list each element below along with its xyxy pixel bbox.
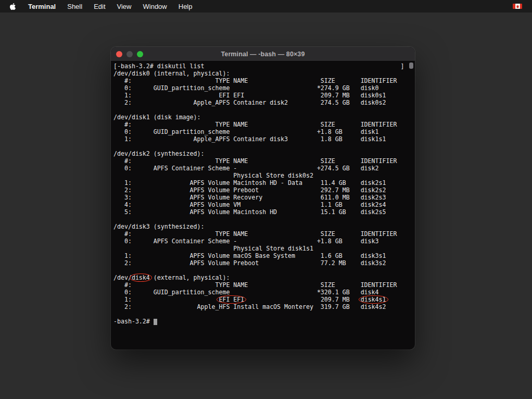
terminal-line: 2: APFS Volume Preboot 77.2 MB disk3s2 xyxy=(113,259,408,267)
terminal-line xyxy=(113,143,408,150)
terminal-line xyxy=(113,216,408,223)
terminal-line: /dev/disk3 (synthesized): xyxy=(113,223,408,230)
apple-logo-icon xyxy=(9,3,16,10)
menu-item-help[interactable]: Help xyxy=(173,0,198,13)
terminal-line: 0: GUID_partition_scheme *274.9 GB disk0 xyxy=(113,84,408,92)
menu-item-edit[interactable]: Edit xyxy=(88,0,111,13)
annotation-circle: disk4 xyxy=(132,274,150,281)
apple-menu[interactable] xyxy=(4,0,22,13)
terminal-cursor xyxy=(154,319,157,325)
terminal-line: /dev/disk4 (external, physical): xyxy=(113,274,408,281)
terminal-line: 1: APFS Volume macOS Base System 1.6 GB … xyxy=(113,252,408,259)
terminal-line: 1: APFS Volume Macintosh HD - Data 11.4 … xyxy=(113,179,408,186)
terminal-line: 1: EFI EFI 209.7 MB disk4s1 xyxy=(113,296,408,303)
terminal-line: #: TYPE NAME SIZE IDENTIFIER xyxy=(113,121,408,128)
terminal-line: /dev/disk2 (synthesized): xyxy=(113,150,408,157)
terminal-body[interactable]: [-bash-3.2# diskutil list ]/dev/disk0 (i… xyxy=(111,61,415,350)
scrollbar[interactable] xyxy=(408,61,415,350)
input-source-menu[interactable] xyxy=(507,0,528,13)
terminal-line xyxy=(113,310,408,318)
terminal-line: -bash-3.2# xyxy=(113,318,408,325)
terminal-line: #: TYPE NAME SIZE IDENTIFIER xyxy=(113,230,408,238)
terminal-line: /dev/disk0 (internal, physical): xyxy=(113,70,408,77)
terminal-line: [-bash-3.2# diskutil list ] xyxy=(113,63,408,70)
terminal-line xyxy=(113,106,408,114)
menu-item-view[interactable]: View xyxy=(111,0,137,13)
terminal-line: 0: GUID_partition_scheme +1.8 GB disk1 xyxy=(113,128,408,135)
canada-flag-icon xyxy=(513,4,522,9)
terminal-line: Physical Store disk1s1 xyxy=(113,245,408,252)
title-bar[interactable]: Terminal — -bash — 80×39 xyxy=(111,47,415,61)
terminal-line xyxy=(113,267,408,274)
terminal-line: 2: Apple_APFS Container disk2 274.5 GB d… xyxy=(113,99,408,106)
terminal-line: #: TYPE NAME SIZE IDENTIFIER xyxy=(113,281,408,289)
close-button[interactable] xyxy=(116,51,122,57)
terminal-line: #: TYPE NAME SIZE IDENTIFIER xyxy=(113,77,408,84)
menu-item-terminal[interactable]: Terminal xyxy=(22,0,61,13)
terminal-window: Terminal — -bash — 80×39 [-bash-3.2# dis… xyxy=(111,47,415,350)
annotation-circle: disk4s1 xyxy=(361,296,386,303)
terminal-line: 2: Apple_HFS Install macOS Monterey 319.… xyxy=(113,303,408,310)
menu-item-shell[interactable]: Shell xyxy=(61,0,88,13)
terminal-line: 2: APFS Volume Preboot 292.7 MB disk2s2 xyxy=(113,186,408,194)
terminal-line: 1: Apple_APFS Container disk3 1.8 GB dis… xyxy=(113,135,408,143)
terminal-line: 3: APFS Volume Recovery 611.0 MB disk2s3 xyxy=(113,194,408,201)
terminal-line: 4: APFS Volume VM 1.1 GB disk2s4 xyxy=(113,201,408,208)
terminal-line: #: TYPE NAME SIZE IDENTIFIER xyxy=(113,157,408,165)
terminal-line: 0: APFS Container Scheme - +1.8 GB disk3 xyxy=(113,238,408,245)
menu-bar: Terminal Shell Edit View Window Help xyxy=(0,0,532,13)
traffic-lights xyxy=(116,47,143,61)
zoom-button[interactable] xyxy=(137,51,143,57)
annotation-circle: EFI EFI xyxy=(219,296,244,303)
menu-item-window[interactable]: Window xyxy=(137,0,173,13)
terminal-line: 0: GUID_partition_scheme *320.1 GB disk4 xyxy=(113,289,408,296)
minimize-button[interactable] xyxy=(126,51,133,57)
terminal-line: Physical Store disk0s2 xyxy=(113,172,408,179)
terminal-line: 0: APFS Container Scheme - +274.5 GB dis… xyxy=(113,165,408,172)
window-title: Terminal — -bash — 80×39 xyxy=(221,51,305,58)
terminal-output: [-bash-3.2# diskutil list ]/dev/disk0 (i… xyxy=(113,63,408,350)
terminal-line: /dev/disk1 (disk image): xyxy=(113,114,408,121)
terminal-line: 5: APFS Volume Macintosh HD 15.1 GB disk… xyxy=(113,208,408,216)
terminal-line: 1: EFI EFI 209.7 MB disk0s1 xyxy=(113,92,408,99)
scrollbar-thumb[interactable] xyxy=(409,63,413,69)
